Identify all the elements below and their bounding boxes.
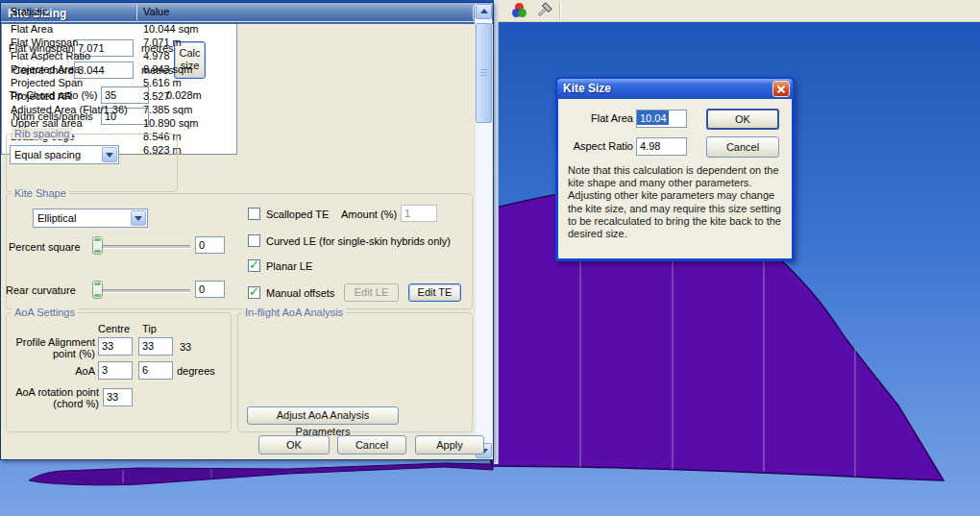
cancel-button[interactable]: Cancel bbox=[337, 435, 406, 455]
rear-curvature-field[interactable]: 0 bbox=[195, 281, 225, 298]
table-row[interactable]: Projected Area8.943 sqm bbox=[1, 62, 237, 76]
toolbar bbox=[498, 0, 980, 22]
profile-tip-field[interactable]: 33 bbox=[138, 337, 173, 356]
rear-curvature-slider-thumb[interactable] bbox=[92, 281, 103, 299]
curved-le-checkbox[interactable] bbox=[248, 234, 260, 247]
percent-square-slider-thumb[interactable] bbox=[92, 236, 103, 255]
rear-curvature-label: Rear curvature bbox=[6, 284, 76, 296]
aspect-ratio-label: Aspect Ratio bbox=[566, 140, 633, 152]
aoa-col-tip: Tip bbox=[142, 323, 157, 334]
stats-header-statistic[interactable]: Statistic bbox=[11, 6, 48, 17]
inflight-aoa-group-label: In-flight AoA Analysis bbox=[242, 307, 346, 318]
percent-square-field[interactable]: 0 bbox=[195, 236, 225, 254]
check-icon: ✓ bbox=[249, 258, 259, 272]
rib-spacing-group-label: Rib spacing bbox=[12, 128, 72, 139]
dialog-titlebar[interactable]: Kite Size bbox=[557, 79, 793, 99]
dialog-title: Kite Size bbox=[563, 82, 611, 95]
size-note-text: Note that this calculation is dependent … bbox=[568, 164, 787, 240]
table-row[interactable]: Flat Aspect Ratio4.978 bbox=[1, 49, 237, 62]
scalloped-te-checkbox[interactable] bbox=[248, 208, 260, 220]
manual-offsets-checkbox[interactable]: ✓ bbox=[248, 286, 260, 299]
percent-square-label: Percent square bbox=[9, 241, 81, 253]
percent-square-slider-track[interactable] bbox=[93, 245, 190, 249]
chevron-down-icon bbox=[135, 216, 142, 221]
stats-header-value[interactable]: Value bbox=[143, 6, 169, 17]
aoa-label: AoA bbox=[3, 365, 95, 377]
stats-column-divider bbox=[136, 5, 137, 20]
aoa-unit: degrees bbox=[177, 365, 215, 377]
aoa-tip-field[interactable]: 6 bbox=[138, 361, 173, 380]
flat-area-field[interactable]: 10.04 bbox=[636, 110, 687, 128]
kite-shape-select[interactable]: Elliptical bbox=[33, 209, 148, 228]
kite-shape-group-label: Kite Shape bbox=[12, 187, 69, 199]
apply-button[interactable]: Apply bbox=[415, 435, 484, 455]
chevron-down-icon bbox=[106, 153, 113, 158]
hammer-icon bbox=[535, 2, 552, 19]
flat-area-label: Flat Area bbox=[566, 112, 633, 124]
planar-le-checkbox[interactable]: ✓ bbox=[248, 259, 260, 272]
profile-alignment-label: Profile Alignment point (%) bbox=[3, 336, 95, 359]
scalloped-te-label: Scalloped TE bbox=[266, 209, 329, 220]
edit-te-button[interactable]: Edit TE bbox=[408, 283, 461, 302]
selected-text: 10.04 bbox=[637, 111, 669, 125]
tools-button[interactable] bbox=[535, 2, 554, 19]
color-wheel-icon bbox=[512, 3, 527, 18]
amount-field: 1 bbox=[401, 205, 437, 222]
aoa-rotation-field[interactable]: 33 bbox=[103, 388, 133, 406]
combo-arrow-button[interactable] bbox=[131, 210, 146, 226]
check-icon: ✓ bbox=[249, 284, 259, 299]
curved-le-label: Curved LE (for single-skin hybrids only) bbox=[266, 235, 451, 247]
kite-sizing-dialog: Kite Sizing Flat wingspan 7.071 metres C… bbox=[0, 2, 494, 460]
aspect-ratio-field[interactable]: 4.98 bbox=[636, 137, 687, 156]
rear-curvature-slider-track[interactable] bbox=[93, 289, 190, 293]
close-icon bbox=[773, 82, 789, 96]
table-row[interactable]: Adjusted Area (Flat/1.36)7.385 sqm bbox=[1, 103, 237, 116]
cancel-button[interactable]: Cancel bbox=[706, 136, 779, 158]
kite-size-dialog: Kite Size Flat Area 10.04 OK Aspect Rati… bbox=[555, 77, 795, 261]
manual-offsets-label: Manual offsets bbox=[266, 287, 334, 299]
table-row[interactable]: Flat Wingspan7.071 m bbox=[1, 36, 237, 49]
app-root: { "icons": {"check": "✓"}, "toolbar": { … bbox=[0, 0, 980, 516]
color-settings-button[interactable] bbox=[510, 2, 529, 19]
aoa-col-centre: Centre bbox=[98, 323, 130, 334]
edit-le-button: Edit LE bbox=[344, 283, 399, 302]
profile-centre-field[interactable]: 33 bbox=[98, 337, 133, 356]
aoa-rotation-label: AoA rotation point (chord %) bbox=[1, 386, 99, 409]
table-row[interactable]: Projected Span5.616 m bbox=[1, 76, 237, 89]
adjust-aoa-parameters-button[interactable]: Adjust AoA Analysis Parameters bbox=[247, 406, 399, 425]
profile-extra-value: 33 bbox=[180, 341, 191, 353]
toolbar-separator bbox=[559, 2, 561, 19]
planar-le-label: Planar LE bbox=[266, 260, 312, 272]
table-row[interactable]: Projected AR3.527 bbox=[1, 89, 237, 103]
ok-button[interactable]: OK bbox=[258, 435, 330, 455]
aoa-settings-group-label: AoA Settings bbox=[12, 307, 78, 318]
rib-spacing-select[interactable]: Equal spacing bbox=[10, 145, 119, 164]
table-row[interactable]: Flat Area10.044 sqm bbox=[1, 22, 237, 36]
close-button[interactable] bbox=[772, 81, 790, 97]
kite-left-wing-sliver bbox=[29, 463, 493, 485]
amount-label: Amount (%) bbox=[341, 209, 397, 220]
combo-arrow-button[interactable] bbox=[102, 147, 117, 162]
aoa-centre-field[interactable]: 3 bbox=[98, 361, 133, 380]
view-left-edge bbox=[494, 0, 499, 464]
ok-button[interactable]: OK bbox=[706, 109, 779, 130]
